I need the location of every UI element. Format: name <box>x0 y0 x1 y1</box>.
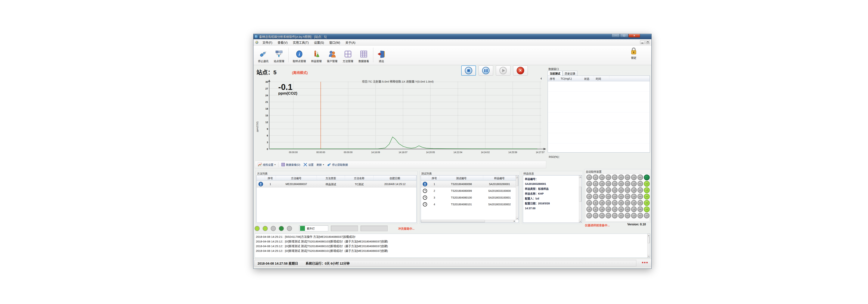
pause-icon <box>482 67 490 74</box>
scrollbar-thumb[interactable] <box>648 237 650 243</box>
plug-icon <box>327 163 331 167</box>
cancel-button[interactable]: × <box>513 66 528 76</box>
status-led-4 <box>279 226 284 231</box>
test-list-hscrollbar[interactable]: ▶ <box>421 220 516 223</box>
svg-text:30: 30 <box>266 80 268 83</box>
scroll-up-icon[interactable]: ▲ <box>647 234 650 236</box>
svg-text:9: 9 <box>267 128 268 130</box>
sample-info-scrollbar[interactable]: ▲ ▼ <box>579 175 582 223</box>
instrument-status-row: 紫外灯 冲洗管路中... <box>255 224 546 233</box>
linear-settings-button[interactable]: 线性设置▾ <box>256 162 277 167</box>
toolbar-label: 方法管理 <box>343 59 353 63</box>
menu-file[interactable]: 文件(F) <box>260 39 275 45</box>
customer-manage-button[interactable]: 客户管理 <box>324 46 340 64</box>
sampler-position-G6: G6 <box>605 206 612 212</box>
sampler-position-J4: J4 <box>586 193 592 200</box>
settings-button[interactable]: 设置 <box>302 162 315 167</box>
menu-utilities[interactable]: 实用工具(T) <box>291 39 311 45</box>
pause-button[interactable] <box>478 66 493 76</box>
svg-text:0: 0 <box>267 148 268 150</box>
station-manage-button[interactable]: 站点管理 <box>271 46 287 64</box>
test-row[interactable]: 3 TS201804080100 SA2018033100001 <box>421 194 516 201</box>
exit-button[interactable]: 退出 <box>375 46 388 64</box>
log-scrollbar[interactable]: ▲ ▼ <box>647 234 650 258</box>
sampler-position-A2: A2 <box>644 180 650 187</box>
menu-about[interactable]: 关于(A) <box>343 39 358 45</box>
test-list-vscrollbar[interactable]: ▲ ▼ <box>516 175 519 220</box>
mdi-child-icon[interactable] <box>255 41 258 44</box>
mdi-minimize-button[interactable] <box>640 40 645 44</box>
scroll-down-icon[interactable]: ▼ <box>647 255 650 258</box>
test-row[interactable]: 1 TS201804080098 SA201803280001 <box>421 181 516 188</box>
log-lines: 2018-04-08 14:25:21：[5/02411706]方法操作 方法[… <box>256 234 646 253</box>
sampler-position-G1: G1 <box>605 174 612 180</box>
tab-history[interactable]: 历史记录 <box>563 71 577 76</box>
scroll-right-icon[interactable]: ▶ <box>513 220 516 223</box>
data-view-button[interactable]: 数据查看 <box>356 46 372 64</box>
sampler-position-I2: I2 <box>592 180 599 187</box>
close-button[interactable]: × <box>628 34 640 37</box>
scrollbar-thumb[interactable] <box>579 187 582 202</box>
play-button[interactable] <box>496 66 510 76</box>
sampler-position-B4: B4 <box>637 193 644 200</box>
scroll-down-icon[interactable]: ▼ <box>516 217 519 220</box>
method-row[interactable]: 1 ME201804080037 样品测试 TC测试 2018/4/8 14:2… <box>257 181 416 188</box>
toolbar-label: 退出 <box>379 59 384 63</box>
svg-text:项目:TC 注射量:5.0ml 稀释倍数:1X 进酸量:Y(: 项目:TC 注射量:5.0ml 稀释倍数:1X 进酸量:Y(0.0ml 1.0m… <box>362 80 434 83</box>
table-grid-icon <box>281 163 285 167</box>
sampler-position-E5: E5 <box>618 200 624 206</box>
titlebar[interactable]: 泰林总有机碳分析系统软件[zt.by.h照例] - [站点：5] — × <box>253 34 651 39</box>
lock-button[interactable]: 锁定 <box>630 47 638 60</box>
sampler-position-J6: J6 <box>586 206 592 212</box>
autosampler-grid: J1I1H1G1F1E1D1C1B1A1J2I2H2G2F2E2D2C2B2A2… <box>586 174 650 219</box>
mdi-restore-icon <box>647 41 649 43</box>
svg-text:00:00:00: 00:00:00 <box>316 151 325 154</box>
maximize-button[interactable] <box>620 34 628 37</box>
minimize-button[interactable]: — <box>612 34 620 37</box>
test-row[interactable]: 2 TS201804080099 SA2018033100000 <box>421 188 516 194</box>
statusbar-uptime: 系统已运行：0天 6小时 12分钟 <box>306 261 349 266</box>
sampling-point-manage-button[interactable]: i 取样点管理 <box>290 46 309 64</box>
scrollbar-thumb[interactable] <box>516 178 518 186</box>
tab-current-test[interactable]: 当前测试 <box>548 71 562 76</box>
data-window-caption: 数据窗口 <box>549 67 559 71</box>
test-row[interactable]: 4 TS201804080101 SA2018033100002 <box>421 201 516 208</box>
method-manage-button[interactable]: 方法管理 <box>340 46 356 64</box>
stop-acquire-button[interactable]: 停止获取数据 <box>326 162 349 167</box>
cell-test-id: TS201804080100 <box>440 196 483 199</box>
scroll-up-icon[interactable]: ▲ <box>516 175 519 178</box>
chart-toolbar-label: 数据查看(D) <box>286 163 300 166</box>
svg-text:14:18:07: 14:18:07 <box>399 151 407 154</box>
menu-window[interactable]: 窗口(W) <box>327 39 342 45</box>
cell-test-id: TS201804080101 <box>440 203 483 206</box>
exit-icon <box>377 50 385 58</box>
data-view-d-button[interactable]: 数据查看(D) <box>280 162 302 167</box>
test-list-caption: 测试列表 <box>421 171 432 175</box>
cell-type: 样品测试 <box>317 182 345 186</box>
statusbar: 2018-04-08 14:27:58 星期日 系统已运行：0天 6小时 12分… <box>253 259 651 267</box>
svg-text:14:20:05: 14:20:05 <box>426 151 435 154</box>
stop-comm-button[interactable]: 停止通讯 <box>255 46 271 64</box>
sampler-position-B5: B5 <box>637 200 644 206</box>
status-led-3 <box>271 226 276 231</box>
sampler-position-A3: A3 <box>644 187 650 193</box>
sample-manage-button[interactable]: 样品管理 <box>309 46 324 64</box>
station-title: 站点：5 <box>256 68 277 76</box>
sampler-position-I1: I1 <box>592 174 599 180</box>
scroll-down-icon[interactable]: ▼ <box>579 220 582 223</box>
refresh-button[interactable]: 刷新▾ <box>315 162 326 167</box>
mdi-restore-button[interactable] <box>645 40 650 44</box>
sample-info-line: 样品类型：标准样品 <box>525 187 580 191</box>
scrollbar-thumb[interactable] <box>421 220 485 223</box>
sampler-position-G3: G3 <box>605 187 612 193</box>
scroll-up-icon[interactable]: ▲ <box>579 175 582 178</box>
sampler-position-B7: B7 <box>637 212 644 219</box>
sampler-position-C7: C7 <box>631 212 637 219</box>
stop-button[interactable] <box>461 66 476 76</box>
sampler-position-G4: G4 <box>605 193 612 200</box>
menu-settings[interactable]: 设置(S) <box>312 39 326 45</box>
sampler-position-A7: A7 <box>644 212 650 219</box>
method-list-caption: 方法列表 <box>257 171 268 175</box>
menu-view[interactable]: 查看(V) <box>275 39 290 45</box>
sample-info-line: 14:37:00 <box>525 206 580 211</box>
